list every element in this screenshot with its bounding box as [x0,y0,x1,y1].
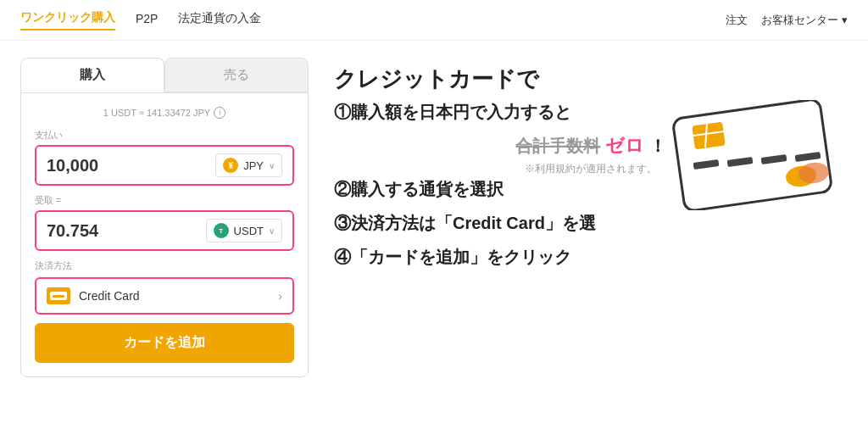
pay-label: 支払い [35,129,294,142]
rate-info: 1 USDT ≈ 141.33472 JPY i [35,107,294,119]
step3-text: ③決済方法は「Credit Card」を選 [334,210,596,236]
nav-right: 注文 お客様センター ▾ [726,13,848,28]
nav-item-fiat[interactable]: 法定通貨の入金 [178,11,261,30]
payment-method-label: 決済方法 [35,259,294,272]
tab-sell[interactable]: 売る [164,58,309,92]
nav-item-one-click[interactable]: ワンクリック購入 [20,10,115,31]
payment-method-box[interactable]: Credit Card › [35,277,294,315]
payment-method-text: Credit Card [79,289,278,303]
nav-customer[interactable]: お客様センター ▾ [761,13,848,28]
receive-field-box: 70.754 T USDT ∨ [35,210,294,251]
step4-text: ④「カードを追加」をクリック [334,244,571,270]
receive-chevron-icon: ∨ [269,226,275,236]
receive-field-group: 受取 = 70.754 T USDT ∨ [35,194,294,251]
fee-exclaim: ！ [649,136,666,155]
nav-item-p2p[interactable]: P2P [136,12,158,29]
pay-field-group: 支払い 10,000 ¥ JPY ∨ [35,129,294,186]
trade-card: 1 USDT ≈ 141.33472 JPY i 支払い 10,000 ¥ JP… [20,92,309,377]
rate-text: 1 USDT ≈ 141.33472 JPY [103,108,210,118]
usdt-icon: T [214,223,229,238]
pay-field-box: 10,000 ¥ JPY ∨ [35,145,294,186]
credit-card-svg [670,100,839,210]
receive-currency-label: USDT [234,225,264,237]
tabs: 購入 売る [20,58,309,92]
info-icon[interactable]: i [214,107,225,119]
fee-zero: ゼロ [605,135,644,156]
pay-currency-selector[interactable]: ¥ JPY ∨ [215,153,282,177]
step4-block: ④「カードを追加」をクリック [334,244,848,273]
left-panel: 購入 売る 1 USDT ≈ 141.33472 JPY i 支払い 10,00… [20,58,309,423]
pay-chevron-icon: ∨ [269,161,275,170]
fee-strikethrough: 合計手数料 [515,136,600,155]
jpy-icon: ¥ [223,158,238,173]
instruction-title: クレジットカードで [334,66,848,92]
nav-order[interactable]: 注文 [726,13,748,28]
step1-text: ①購入額を日本円で入力すると [334,99,571,125]
payment-chevron-icon: › [278,289,282,303]
right-panel: クレジットカードで ①購入額を日本円で入力すると 合計手数料 ゼロ ！ ※利用規… [334,58,848,423]
pay-value: 10,000 [47,156,215,175]
credit-card-icon [47,287,70,304]
main-content: 購入 売る 1 USDT ≈ 141.33472 JPY i 支払い 10,00… [0,41,868,440]
receive-label: 受取 = [35,194,294,207]
pay-currency-label: JPY [243,159,264,172]
receive-currency-selector[interactable]: T USDT ∨ [206,219,282,242]
card-illustration [670,100,839,219]
add-card-button[interactable]: カードを追加 [35,323,294,363]
step2-text: ②購入する通貨を選択 [334,176,504,202]
receive-value: 70.754 [47,221,206,241]
tab-buy[interactable]: 購入 [20,58,164,92]
navigation: ワンクリック購入 P2P 法定通貨の入金 注文 お客様センター ▾ [0,0,868,41]
